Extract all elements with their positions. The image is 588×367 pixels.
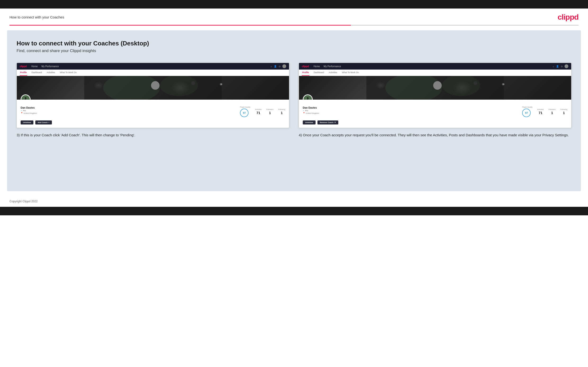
quality-circle-right: 97 xyxy=(522,108,531,117)
copyright-text: Copyright Clippd 2022 xyxy=(9,200,38,203)
mock-tab-activities-right: Activities xyxy=(328,70,338,76)
mock-stat-activities-left: Activities 71 xyxy=(255,108,262,115)
add-icon-left: + xyxy=(48,121,50,124)
avatar-svg-left xyxy=(22,96,29,100)
mock-tab-whattoworkon-left: What To Work On xyxy=(60,70,77,76)
svg-point-13 xyxy=(385,76,442,100)
mock-stat-activities-right: Activities 71 xyxy=(537,108,544,115)
mock-user-info-right: Dan Davies ✓ Pro 📍 United Kingdom xyxy=(303,106,327,114)
mock-avatar-icon-right xyxy=(564,64,568,68)
mock-avatar-icon-left xyxy=(282,64,286,68)
mock-user-location-right: 📍 United Kingdom xyxy=(303,112,327,114)
mock-user-info-left: Dan Davies ✓ Pro 📍 United Kingdom xyxy=(21,106,44,114)
mock-actions-right: Unfollow Remove Coach ✕ xyxy=(299,120,571,128)
location-pin-left: 📍 xyxy=(21,112,23,114)
mock-stat-followers-right: Followers 1 xyxy=(548,108,555,115)
following-label-right: Following xyxy=(560,108,567,110)
followers-label-right: Followers xyxy=(548,108,555,110)
mock-nav-links-left: Home My Performance xyxy=(31,65,266,68)
mock-tab-dashboard-left: Dashboard xyxy=(31,70,43,76)
mock-nav-links-right: Home My Performance xyxy=(313,65,548,68)
description-left: 3) If this is your Coach click 'Add Coac… xyxy=(17,132,289,138)
mock-banner-right xyxy=(299,76,571,100)
svg-point-6 xyxy=(25,97,26,99)
activities-label-left: Activities xyxy=(255,108,262,110)
mock-profile-body-left: Dan Davies ✓ Pro 📍 United Kingdom Player… xyxy=(17,100,289,120)
top-bar xyxy=(0,0,588,8)
unfollow-button-left[interactable]: Unfollow xyxy=(21,120,33,125)
svg-point-3 xyxy=(151,81,160,90)
role-text-left: Pro xyxy=(23,109,26,112)
mock-nav-left: clippd Home My Performance ⌕ 👤 ⊙ xyxy=(17,63,289,70)
column-right: clippd Home My Performance ⌕ 👤 ⊙ Profile xyxy=(299,63,571,138)
mock-nav-icons-left: ⌕ 👤 ⊙ xyxy=(270,64,286,68)
mock-profile-body-right: Dan Davies ✓ Pro 📍 United Kingdom Player… xyxy=(299,100,571,120)
svg-point-1 xyxy=(103,76,160,100)
mock-user-location-left: 📍 United Kingdom xyxy=(21,112,44,114)
description-right: 4) Once your Coach accepts your request … xyxy=(299,132,571,138)
mock-stat-quality-right: Player Quality 97 xyxy=(522,106,533,117)
svg-point-18 xyxy=(307,97,308,99)
remove-coach-button-right[interactable]: Remove Coach ✕ xyxy=(318,120,338,125)
following-value-left: 1 xyxy=(278,111,285,115)
header-divider xyxy=(9,25,579,25)
svg-point-4 xyxy=(191,81,195,85)
clippd-logo: clippd xyxy=(558,13,579,22)
mock-nav-icons-right: ⌕ 👤 ⊙ xyxy=(553,64,568,68)
svg-point-15 xyxy=(433,81,442,90)
close-icon-right: ✕ xyxy=(334,121,336,124)
mock-stats-left: Player Quality 97 Activities 71 Follower… xyxy=(49,106,285,117)
mock-browser-right: clippd Home My Performance ⌕ 👤 ⊙ Profile xyxy=(299,63,571,128)
quality-label-right: Player Quality xyxy=(522,106,533,108)
mock-user-name-left: Dan Davies xyxy=(21,106,44,109)
location-text-right: United Kingdom xyxy=(306,112,319,114)
svg-point-16 xyxy=(474,81,477,85)
banner-svg-right xyxy=(299,76,571,100)
page-header-title: How to connect with your Coaches xyxy=(9,15,64,19)
mock-stat-followers-left: Followers 1 xyxy=(266,108,273,115)
mock-tab-profile-right: Profile xyxy=(302,70,309,76)
section-subtitle: Find, connect and share your Clippd insi… xyxy=(17,49,571,53)
mock-nav-logo-left: clippd xyxy=(20,65,26,68)
page-header: How to connect with your Coaches clippd xyxy=(0,8,588,22)
mock-user-role-left: ✓ Pro xyxy=(21,109,44,112)
followers-label-left: Followers xyxy=(266,108,273,110)
mock-tab-whattoworkon-right: What To Work On xyxy=(342,70,359,76)
banner-svg-left xyxy=(17,76,289,100)
verified-icon-left: ✓ xyxy=(21,109,22,112)
add-coach-button-left[interactable]: Add Coach + xyxy=(35,120,52,125)
bottom-bar xyxy=(0,207,588,215)
mock-nav-logo-right: clippd xyxy=(302,65,309,68)
mock-user-name-right: Dan Davies xyxy=(303,106,327,109)
mock-stat-following-right: Following 1 xyxy=(560,108,567,115)
page-footer: Copyright Clippd 2022 xyxy=(0,196,588,207)
followers-value-left: 1 xyxy=(266,111,273,115)
mock-stat-quality-left: Player Quality 97 xyxy=(240,106,251,117)
followers-value-right: 1 xyxy=(548,111,555,115)
mock-settings-icon-right: ⊙ xyxy=(561,65,563,68)
mock-settings-icon-left: ⊙ xyxy=(279,65,280,68)
activities-value-right: 71 xyxy=(537,111,544,115)
unfollow-button-right[interactable]: Unfollow xyxy=(303,120,316,125)
mock-tab-dashboard-right: Dashboard xyxy=(313,70,325,76)
activities-value-left: 71 xyxy=(255,111,262,115)
mock-tab-profile-left: Profile xyxy=(20,70,27,76)
mock-search-icon-right: ⌕ xyxy=(553,65,554,68)
mock-user-role-right: ✓ Pro xyxy=(303,109,327,112)
column-left: clippd Home My Performance ⌕ 👤 ⊙ Profile xyxy=(17,63,289,138)
main-content: How to connect with your Coaches (Deskto… xyxy=(7,30,581,191)
avatar-svg-right xyxy=(304,96,311,100)
mock-stat-following-left: Following 1 xyxy=(278,108,285,115)
mock-nav-home-left: Home xyxy=(31,65,38,68)
mock-banner-left xyxy=(17,76,289,100)
mock-user-icon-right: 👤 xyxy=(556,65,559,68)
section-title: How to connect with your Coaches (Deskto… xyxy=(17,40,571,47)
mock-nav-performance-left: My Performance xyxy=(42,65,59,68)
mock-nav-right: clippd Home My Performance ⌕ 👤 ⊙ xyxy=(299,63,571,70)
mock-tabs-left: Profile Dashboard Activities What To Wor… xyxy=(17,70,289,76)
location-text-left: United Kingdom xyxy=(24,112,37,114)
activities-label-right: Activities xyxy=(537,108,544,110)
mock-nav-performance-right: My Performance xyxy=(324,65,341,68)
location-pin-right: 📍 xyxy=(303,112,305,114)
mock-stats-right: Player Quality 97 Activities 71 Follower… xyxy=(331,106,567,117)
